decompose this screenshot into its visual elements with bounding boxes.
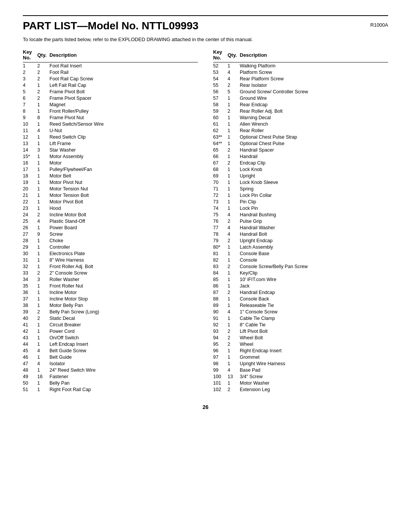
part-key: 46 [23,354,37,360]
part-qty: 1 [37,205,49,211]
part-qty: 1 [37,140,49,147]
table-row: 12 1 Reed Switch Clip [23,134,198,140]
table-row: 36 1 Incline Motor [23,289,198,296]
right-parts-table: Key No. Qty. Description 52 1 Walking Pl… [213,48,388,393]
part-desc: Console [240,257,388,263]
part-key: 91 [213,315,228,321]
table-row: 34 3 Roller Washer [23,276,198,283]
table-row: 48 1 24" Reed Switch Wire [23,367,198,373]
table-row: 28 1 Choke [23,237,198,244]
part-desc: 3/4" Screw [240,373,388,380]
table-row: 98 1 Upright Wire Harness [213,360,388,367]
table-row: 56 5 Ground Screw/ Controller Screw [213,88,388,95]
table-row: 51 1 Right Foot Rail Cap [23,386,198,393]
part-key: 18 [23,173,37,179]
part-key: 51 [23,386,37,393]
table-row: 70 1 Lock Knob Sleeve [213,179,388,185]
part-qty: 1 [37,192,49,198]
part-desc: Isolator [49,360,198,367]
part-qty: 1 [228,173,240,179]
table-header-row-right: Key No. Qty. Description [213,48,388,62]
part-key: 31 [23,257,37,263]
table-row: 49 16 Fastener [23,373,198,380]
part-desc: Left Endcap Insert [49,341,198,347]
part-desc: Right Endcap Insert [240,347,388,354]
table-row: 101 1 Motor Washer [213,380,388,386]
table-row: 23 1 Hood [23,205,198,211]
part-key: 71 [213,185,228,192]
part-key: 68 [213,166,228,173]
table-row: 13 1 Lift Frame [23,140,198,147]
part-key: 85 [213,276,228,283]
part-qty: 1 [37,263,49,270]
table-row: 83 2 Console Screw/Belly Pan Screw [213,263,388,270]
table-row: 50 1 Belly Pan [23,380,198,386]
part-desc: Key/Clip [240,270,388,276]
part-desc: 10' iFIT.com Wire [240,276,388,283]
part-desc: 8" Cable Tie [240,321,388,328]
table-row: 41 1 Circuit Breaker [23,321,198,328]
table-row: 79 2 Upright Endcap [213,237,388,244]
col-key-no-right: Key No. [213,48,228,62]
part-qty: 1 [228,250,240,257]
part-key: 29 [23,244,37,250]
part-desc: Front Roller/Pulley [49,108,198,114]
table-row: 99 4 Base Pad [213,367,388,373]
part-key: 63** [213,134,228,140]
part-key: 74 [213,205,228,211]
part-key: 39 [23,308,37,315]
table-row: 22 1 Motor Pivot Bolt [23,198,198,205]
part-desc: Handrail Spacer [240,147,388,153]
part-qty: 1 [228,185,240,192]
part-qty: 2 [228,341,240,347]
part-key: 14 [23,147,37,153]
part-desc: Choke [49,237,198,244]
part-qty: 1 [37,134,49,140]
part-qty: 1 [228,121,240,127]
part-desc: 2" Console Screw [49,270,198,276]
part-qty: 1 [228,153,240,160]
part-qty: 4 [37,218,49,224]
part-key: 32 [23,263,37,270]
part-desc: Cable Tie Clamp [240,315,388,321]
table-row: 4 1 Left Fait Rail Cap [23,82,198,88]
part-qty: 13 [228,373,240,380]
page-title: PART LIST—Model No. NTTL09993 [23,20,199,32]
part-key: 98 [213,360,228,367]
col-qty-right: Qty. [228,48,240,62]
part-desc: Console Base [240,250,388,257]
table-row: 84 1 Key/Clip [213,270,388,276]
table-row: 37 1 Incline Motor Stop [23,296,198,302]
part-key: 81 [213,250,228,257]
part-desc: Circuit Breaker [49,321,198,328]
part-desc: Lift Pivot Bolt [240,328,388,334]
table-row: 87 2 Handrail Endcap [213,289,388,296]
part-desc: Belt Guide [49,354,198,360]
table-row: 102 2 Extension Leg [213,386,388,393]
table-row: 86 1 Jack [213,283,388,289]
part-key: 86 [213,283,228,289]
part-key: 23 [23,205,37,211]
part-key: 61 [213,121,228,127]
part-key: 8 [23,108,37,114]
part-key: 96 [213,347,228,354]
part-qty: 4 [228,69,240,75]
part-key: 58 [213,101,228,108]
part-key: 49 [23,373,37,380]
part-key: 100 [213,373,228,380]
part-qty: 2 [37,95,49,101]
part-qty: 1 [37,237,49,244]
part-key: 11 [23,127,37,134]
table-row: 11 4 U-Nut [23,127,198,134]
part-desc: Handrail Endcap [240,289,388,296]
part-qty: 4 [228,231,240,237]
part-qty: 4 [37,347,49,354]
part-qty: 3 [37,147,49,153]
part-desc: Lock Pin Collar [240,192,388,198]
table-row: 30 1 Electronics Plate [23,250,198,257]
part-key: 50 [23,380,37,386]
part-qty: 1 [37,244,49,250]
table-row: 38 1 Motor Belly Pan [23,302,198,308]
part-key: 77 [213,224,228,231]
part-key: 7 [23,101,37,108]
